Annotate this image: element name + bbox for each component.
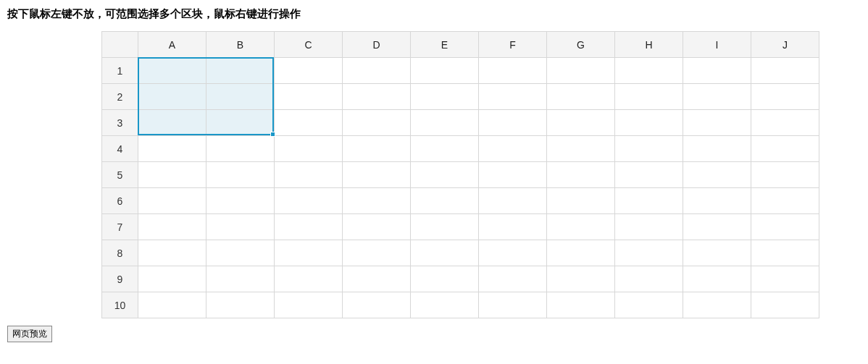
cell-B8[interactable] — [206, 240, 275, 266]
cell-H3[interactable] — [615, 110, 683, 136]
cell-D2[interactable] — [343, 84, 411, 110]
cell-B4[interactable] — [206, 136, 275, 162]
cell-H7[interactable] — [615, 214, 683, 240]
cell-I2[interactable] — [683, 84, 751, 110]
cell-C4[interactable] — [275, 136, 343, 162]
cell-F9[interactable] — [479, 266, 547, 292]
cell-I9[interactable] — [683, 266, 751, 292]
cell-H6[interactable] — [615, 188, 683, 214]
cell-F10[interactable] — [479, 292, 547, 318]
cell-C9[interactable] — [275, 266, 343, 292]
cell-A9[interactable] — [138, 266, 206, 292]
cell-J2[interactable] — [751, 84, 819, 110]
cell-D10[interactable] — [343, 292, 411, 318]
cell-C1[interactable] — [275, 58, 343, 84]
cell-E6[interactable] — [411, 188, 479, 214]
cell-D6[interactable] — [343, 188, 411, 214]
col-header-B[interactable]: B — [206, 32, 275, 58]
cell-B9[interactable] — [206, 266, 275, 292]
cell-E10[interactable] — [411, 292, 479, 318]
cell-F2[interactable] — [479, 84, 547, 110]
cell-D5[interactable] — [343, 162, 411, 188]
cell-E5[interactable] — [411, 162, 479, 188]
spreadsheet-grid[interactable]: A B C D E F G H I J 12345678910 — [101, 31, 819, 318]
cell-G5[interactable] — [547, 162, 615, 188]
cell-H5[interactable] — [615, 162, 683, 188]
col-header-J[interactable]: J — [751, 32, 819, 58]
cell-D3[interactable] — [343, 110, 411, 136]
row-header-3[interactable]: 3 — [102, 110, 138, 136]
cell-C8[interactable] — [275, 240, 343, 266]
cell-I5[interactable] — [683, 162, 751, 188]
row-header-8[interactable]: 8 — [102, 240, 138, 266]
cell-C3[interactable] — [275, 110, 343, 136]
row-header-6[interactable]: 6 — [102, 188, 138, 214]
cell-J7[interactable] — [751, 214, 819, 240]
cell-E8[interactable] — [411, 240, 479, 266]
col-header-A[interactable]: A — [138, 32, 206, 58]
cell-E7[interactable] — [411, 214, 479, 240]
row-header-4[interactable]: 4 — [102, 136, 138, 162]
cell-F8[interactable] — [479, 240, 547, 266]
cell-G2[interactable] — [547, 84, 615, 110]
cell-D4[interactable] — [343, 136, 411, 162]
cell-I6[interactable] — [683, 188, 751, 214]
cell-H8[interactable] — [615, 240, 683, 266]
cell-G7[interactable] — [547, 214, 615, 240]
cell-A7[interactable] — [138, 214, 206, 240]
cell-G1[interactable] — [547, 58, 615, 84]
cell-B3[interactable] — [206, 110, 275, 136]
col-header-F[interactable]: F — [479, 32, 547, 58]
cell-B1[interactable] — [206, 58, 275, 84]
cell-E4[interactable] — [411, 136, 479, 162]
cell-F3[interactable] — [479, 110, 547, 136]
cell-E9[interactable] — [411, 266, 479, 292]
row-header-2[interactable]: 2 — [102, 84, 138, 110]
cell-D7[interactable] — [343, 214, 411, 240]
cell-A4[interactable] — [138, 136, 206, 162]
cell-G6[interactable] — [547, 188, 615, 214]
cell-H9[interactable] — [615, 266, 683, 292]
cell-F1[interactable] — [479, 58, 547, 84]
cell-A6[interactable] — [138, 188, 206, 214]
col-header-H[interactable]: H — [615, 32, 683, 58]
cell-B7[interactable] — [206, 214, 275, 240]
cell-C10[interactable] — [275, 292, 343, 318]
cell-J4[interactable] — [751, 136, 819, 162]
col-header-G[interactable]: G — [547, 32, 615, 58]
cell-B5[interactable] — [206, 162, 275, 188]
cell-J1[interactable] — [751, 58, 819, 84]
cell-C7[interactable] — [275, 214, 343, 240]
cell-J3[interactable] — [751, 110, 819, 136]
cell-A8[interactable] — [138, 240, 206, 266]
col-header-C[interactable]: C — [275, 32, 343, 58]
cell-J5[interactable] — [751, 162, 819, 188]
cell-G9[interactable] — [547, 266, 615, 292]
row-header-1[interactable]: 1 — [102, 58, 138, 84]
cell-H2[interactable] — [615, 84, 683, 110]
cell-D9[interactable] — [343, 266, 411, 292]
col-header-I[interactable]: I — [683, 32, 751, 58]
cell-I7[interactable] — [683, 214, 751, 240]
cell-E3[interactable] — [411, 110, 479, 136]
cell-F7[interactable] — [479, 214, 547, 240]
cell-B6[interactable] — [206, 188, 275, 214]
cell-H1[interactable] — [615, 58, 683, 84]
cell-E1[interactable] — [411, 58, 479, 84]
cell-H4[interactable] — [615, 136, 683, 162]
row-header-10[interactable]: 10 — [102, 292, 138, 318]
web-preview-button[interactable]: 网页预览 — [7, 326, 52, 342]
cell-A10[interactable] — [138, 292, 206, 318]
cell-F5[interactable] — [479, 162, 547, 188]
cell-F4[interactable] — [479, 136, 547, 162]
cell-C6[interactable] — [275, 188, 343, 214]
cell-J6[interactable] — [751, 188, 819, 214]
cell-C2[interactable] — [275, 84, 343, 110]
cell-F6[interactable] — [479, 188, 547, 214]
cell-I10[interactable] — [683, 292, 751, 318]
col-header-E[interactable]: E — [411, 32, 479, 58]
cell-E2[interactable] — [411, 84, 479, 110]
row-header-7[interactable]: 7 — [102, 214, 138, 240]
cell-G3[interactable] — [547, 110, 615, 136]
row-header-5[interactable]: 5 — [102, 162, 138, 188]
